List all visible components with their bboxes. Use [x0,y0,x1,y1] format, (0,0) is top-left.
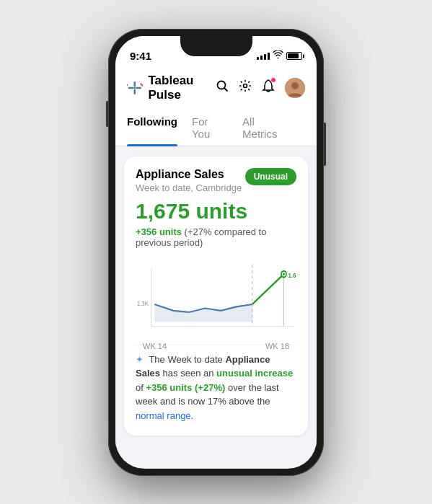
insight-section: ✦ The Week to date Appliance Sales has s… [136,345,296,425]
settings-icon[interactable] [239,79,252,96]
insight-change-amount: +356 units (+27%) [146,382,225,393]
tableau-logo-icon [127,79,143,97]
unusual-badge: Unusual [245,168,296,185]
search-icon[interactable] [216,79,229,96]
svg-rect-5 [140,82,143,87]
svg-rect-2 [128,87,133,88]
metric-title: Appliance Sales [136,168,242,181]
tabs-container: Following For You All Metrics [115,102,317,146]
wifi-icon [273,50,283,61]
chart-svg: 1.3K 1.6K [136,257,296,336]
metric-chart: 1.3K 1.6K [136,257,296,336]
metric-title-area: Appliance Sales Week to date, Cambridge [136,168,242,193]
user-avatar[interactable] [285,78,305,98]
svg-rect-1 [134,89,136,94]
status-time: 9:41 [130,50,151,62]
change-positive: +356 units [136,226,182,237]
app-header: Tableau Pulse [115,68,317,102]
chart-labels: WK 14 WK 18 [136,339,296,350]
metric-value: 1,675 units [136,199,296,224]
svg-rect-3 [136,87,141,88]
svg-rect-4 [127,84,128,88]
svg-point-7 [218,81,226,89]
insight-text: ✦ The Week to date Appliance Sales has s… [136,353,296,423]
insight-middle: has seen an [160,368,216,379]
card-header: Appliance Sales Week to date, Cambridge … [136,168,296,193]
notch [180,36,252,56]
phone-screen: 9:41 [115,36,317,469]
status-icons [257,50,302,61]
ai-insight-icon: ✦ [136,353,144,367]
insight-change-text: unusual increase [216,368,293,379]
insight-range-text: normal range [136,410,191,421]
notification-badge [270,77,276,83]
battery-icon [286,52,302,60]
app-logo-area: Tableau Pulse [127,74,216,102]
metric-card-appliance-sales: Appliance Sales Week to date, Cambridge … [124,156,308,436]
tab-all-metrics[interactable]: All Metrics [242,110,291,146]
metric-change: +356 units (+27% compared to previous pe… [136,226,296,248]
app-title: Tableau Pulse [149,74,216,102]
svg-line-8 [225,89,228,92]
insight-prefix: The Week to date [146,354,225,365]
insight-end: . [191,410,194,421]
insight-change-detail: of [136,382,146,393]
main-content: Appliance Sales Week to date, Cambridge … [115,146,317,446]
svg-text:1.6K: 1.6K [288,270,296,278]
svg-point-6 [133,87,136,89]
chart-label-wk14: WK 14 [143,342,167,350]
tab-following[interactable]: Following [127,110,177,146]
notification-icon[interactable] [262,79,275,97]
svg-text:1.3K: 1.3K [137,299,149,307]
svg-point-9 [244,84,247,88]
phone-frame: 9:41 [108,29,324,476]
header-icons [216,78,305,98]
signal-icon [257,53,270,60]
metric-subtitle: Week to date, Cambridge [136,182,242,193]
svg-rect-0 [134,81,136,86]
chart-label-wk18: WK 18 [265,342,289,350]
svg-point-11 [291,82,299,89]
tab-for-you[interactable]: For You [192,110,228,146]
